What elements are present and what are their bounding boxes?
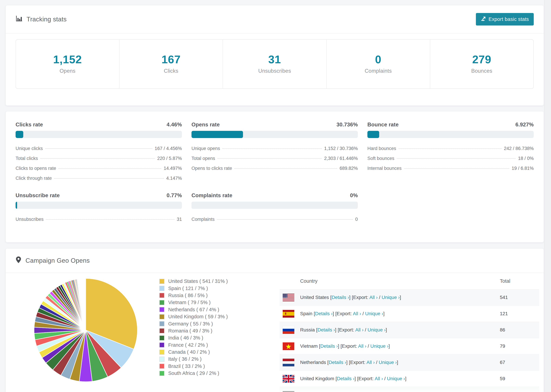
rate-row: Hard bounces242 / 86.738% — [367, 146, 534, 152]
rate-row-label: Total clicks — [15, 156, 38, 161]
rate-row-value: 31 — [177, 217, 182, 222]
rate-title: Bounce rate — [367, 122, 399, 128]
geo-opens-card: Campaign Geo Opens United States ( 541 /… — [6, 248, 544, 392]
leader-dots — [54, 178, 164, 179]
stat-value: 279 — [430, 53, 533, 66]
country-cell: United States [Details ›] [Export: All ›… — [300, 295, 500, 300]
legend-label: Spain ( 121 / 7% ) — [168, 286, 208, 291]
legend-item[interactable]: Canada ( 40 / 2% ) — [159, 349, 269, 356]
rate-progress-track — [191, 131, 358, 138]
table-row-us: United States [Details ›] [Export: All ›… — [280, 289, 539, 305]
rate-row-label: Unsubscribes — [15, 217, 44, 222]
rate-block-complaints-rate: Complaints rate0%Complaints0 — [191, 192, 358, 227]
export-all-link[interactable]: All › — [375, 376, 383, 381]
rate-row-label: Complaints — [191, 217, 215, 222]
rate-row: Internal bounces19 / 6.81% — [367, 166, 534, 172]
country-name: Netherlands — [300, 360, 327, 365]
export-all-link[interactable]: All › — [358, 343, 366, 349]
page-scrollbar[interactable] — [544, 0, 551, 392]
leader-dots — [218, 158, 322, 159]
legend-item[interactable]: United States ( 541 / 31% ) — [159, 278, 269, 285]
legend-label: South Africa ( 29 / 2% ) — [168, 371, 219, 376]
legend-swatch — [159, 321, 164, 326]
stat-cell-complaints: 0Complaints — [327, 40, 430, 88]
export-all-link[interactable]: All › — [355, 327, 363, 332]
export-unique-link[interactable]: Unique › — [381, 295, 400, 300]
legend-label: Germany ( 55 / 3% ) — [168, 321, 213, 327]
rate-row-value: 19 / 6.81% — [512, 166, 534, 171]
rate-row-value: 4.147% — [166, 176, 182, 181]
legend-item[interactable]: United Kingdom ( 59 / 3% ) — [159, 313, 269, 320]
rate-row-label: Click through rate — [15, 176, 52, 181]
details-link[interactable]: Details › — [337, 376, 354, 381]
legend-swatch — [159, 314, 164, 319]
vn-flag-icon — [283, 343, 294, 350]
rate-value: 30.736% — [337, 122, 358, 128]
country-name: United States — [300, 295, 330, 300]
export-all-link[interactable]: All › — [367, 360, 375, 365]
details-link[interactable]: Details › — [320, 343, 338, 349]
geo-legend: United States ( 541 / 31% )Spain ( 121 /… — [159, 273, 269, 377]
legend-item[interactable]: Brazil ( 33 / 2% ) — [159, 363, 269, 370]
legend-swatch — [159, 371, 164, 376]
export-all-link[interactable]: All › — [369, 295, 378, 300]
legend-item[interactable]: South Africa ( 29 / 2% ) — [159, 370, 269, 377]
rate-row: Unsubscribes31 — [15, 217, 182, 223]
geo-title: Campaign Geo Opens — [26, 257, 90, 264]
country-name: Russia — [300, 327, 316, 332]
legend-item[interactable]: Vietnam ( 79 / 5% ) — [159, 299, 269, 306]
details-link[interactable]: Details › — [332, 295, 349, 300]
export-unique-link[interactable]: Unique › — [365, 311, 383, 316]
table-row-ru: Russia [Details ›] [Export: All › / Uniq… — [280, 322, 539, 338]
rate-row: Complaints0 — [191, 217, 358, 223]
rate-row: Click through rate4.147% — [15, 176, 182, 182]
stat-cell-unsubscribes: 31Unsubscribes — [223, 40, 326, 88]
legend-item[interactable]: Romania ( 49 / 3% ) — [159, 327, 269, 334]
leader-dots — [234, 168, 337, 169]
details-link[interactable]: Details › — [329, 360, 346, 365]
row-total: 121 — [500, 311, 539, 316]
rate-progress-track — [15, 202, 182, 209]
export-unique-link[interactable]: Unique › — [367, 327, 386, 332]
rate-value: 4.46% — [167, 122, 182, 128]
legend-swatch — [159, 350, 164, 355]
legend-item[interactable]: Germany ( 55 / 3% ) — [159, 320, 269, 327]
rate-progress-track — [367, 131, 534, 138]
export-unique-link[interactable]: Unique › — [387, 376, 405, 381]
export-basic-stats-button[interactable]: Export basic stats — [476, 13, 534, 26]
export-unique-link[interactable]: Unique › — [370, 343, 389, 349]
rate-progress-fill — [367, 131, 379, 138]
legend-label: Romania ( 49 / 3% ) — [168, 328, 212, 334]
legend-item[interactable]: Italy ( 36 / 2% ) — [159, 356, 269, 363]
legend-item[interactable]: Russia ( 86 / 5% ) — [159, 292, 269, 299]
legend-item[interactable]: India ( 46 / 3% ) — [159, 334, 269, 341]
rate-row-value: 14.497% — [164, 166, 182, 171]
legend-item[interactable]: France ( 42 / 2% ) — [159, 342, 269, 349]
legend-label: Vietnam ( 79 / 5% ) — [168, 300, 211, 305]
rate-title: Unsubscribe rate — [15, 192, 60, 199]
rate-value: 6.927% — [516, 122, 534, 128]
stat-value: 1,152 — [16, 53, 119, 66]
bar-chart-icon — [15, 15, 22, 23]
rate-row-label: Internal bounces — [367, 166, 402, 171]
legend-item[interactable]: Spain ( 121 / 7% ) — [159, 285, 269, 292]
tracking-stats-header: Tracking stats Export basic stats — [6, 5, 544, 34]
column-header-total: Total — [500, 278, 539, 284]
rate-value: 0% — [350, 192, 358, 199]
legend-item[interactable]: Netherlands ( 67 / 4% ) — [159, 306, 269, 313]
geo-table: CountryTotal United States [Details ›] [… — [280, 273, 539, 392]
row-total: 67 — [500, 360, 539, 365]
country-cell: United Kingdom [Details ›] [Export: All … — [300, 376, 500, 381]
rate-block-unsubscribe-rate: Unsubscribe rate0.77%Unsubscribes31 — [15, 192, 182, 227]
rate-row-label: Clicks to opens rate — [15, 166, 56, 171]
details-link[interactable]: Details › — [315, 311, 333, 316]
country-cell: Spain [Details ›] [Export: All › / Uniqu… — [300, 311, 500, 316]
export-unique-link[interactable]: Unique › — [379, 360, 397, 365]
rate-title: Clicks rate — [15, 122, 43, 128]
rate-value: 0.77% — [167, 192, 182, 199]
stat-label: Unsubscribes — [223, 68, 326, 74]
legend-label: India ( 46 / 3% ) — [168, 335, 203, 341]
rate-row-value: 689.82% — [339, 166, 358, 171]
details-link[interactable]: Details › — [318, 327, 335, 332]
export-all-link[interactable]: All › — [353, 311, 361, 316]
